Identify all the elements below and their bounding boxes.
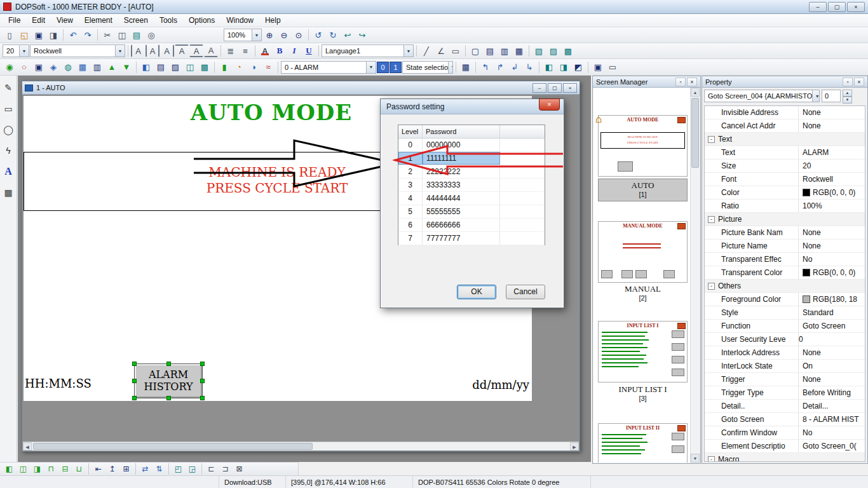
property-row[interactable]: FontRockwell [705, 173, 865, 186]
align-text-top-icon[interactable]: A [175, 44, 189, 57]
align-lefts-icon[interactable]: ◧ [3, 463, 16, 475]
rectangle-tool-icon[interactable]: ▭ [2, 102, 15, 115]
pencil-tool-icon[interactable]: ✎ [2, 81, 15, 94]
redo-icon[interactable]: ↷ [81, 29, 95, 41]
multistate-button-icon[interactable]: ◍ [61, 61, 75, 74]
place-top-left-icon[interactable]: ↰ [478, 61, 492, 74]
level-column-header[interactable]: Level [398, 125, 423, 138]
cut-icon[interactable]: ✂ [100, 29, 114, 41]
decrement-button-icon[interactable]: ▼ [119, 61, 133, 74]
set-constant-button-icon[interactable]: ▥ [90, 61, 104, 74]
scroll-right-icon[interactable]: ▶ [570, 442, 579, 451]
property-group-others[interactable]: -Others [705, 280, 865, 293]
pattern-fill-icon[interactable]: ▨ [546, 44, 560, 57]
macro-editor-icon[interactable]: ▣ [591, 61, 605, 74]
chevron-down-icon[interactable]: ▼ [115, 45, 125, 57]
align-text-bottom-icon[interactable]: A [204, 44, 218, 57]
numeric-entry-icon[interactable]: ▤ [154, 61, 168, 74]
scrollbar-thumb[interactable] [33, 443, 313, 450]
align-rights-icon[interactable]: ◨ [31, 463, 44, 475]
menu-edit[interactable]: Edit [26, 15, 51, 26]
state-0-button[interactable]: 0 [377, 62, 389, 73]
underline-icon[interactable]: U [302, 44, 316, 57]
goto-screen-button-icon[interactable]: ◧ [139, 61, 153, 74]
zoom-fit-icon[interactable]: ⊙ [292, 29, 306, 41]
selection-handle[interactable] [200, 362, 205, 366]
state-1-button[interactable]: 1 [390, 62, 402, 73]
copy-icon[interactable]: ◫ [115, 29, 129, 41]
child-restore-button[interactable]: ▢ [548, 83, 562, 93]
property-row[interactable]: Cancel Act AddrNone [705, 119, 865, 133]
password-row-1-selected[interactable]: 1 11111111 [398, 152, 545, 165]
align-text-middle-icon[interactable]: A [189, 44, 203, 57]
text-color-icon[interactable]: A [258, 44, 272, 57]
menu-view[interactable]: View [51, 15, 79, 26]
panel-float-button[interactable]: ▫ [843, 78, 853, 86]
draw-line-icon[interactable]: ╱ [419, 44, 433, 57]
shade-fill-icon[interactable]: ▩ [561, 44, 575, 57]
undo-icon[interactable]: ↶ [66, 29, 80, 41]
line-spacing-icon[interactable]: ≣ [224, 44, 238, 57]
property-row[interactable]: Ratio100% [705, 200, 865, 213]
set-value-button-icon[interactable]: ▦ [76, 61, 90, 74]
table-tool-icon[interactable]: ▦ [2, 186, 15, 199]
align-text-left-icon[interactable]: A [131, 44, 145, 57]
same-size-icon[interactable]: ⊞ [119, 463, 133, 475]
open-folder-icon[interactable]: ◱ [17, 29, 31, 41]
fix-element-icon[interactable]: ⊠ [233, 463, 246, 475]
place-top-right-icon[interactable]: ↱ [493, 61, 507, 74]
child-minimize-button[interactable]: – [532, 83, 546, 93]
nav-back-icon[interactable]: ↩ [341, 29, 355, 41]
minimize-button[interactable]: – [809, 2, 827, 12]
menu-element[interactable]: Element [79, 15, 118, 26]
state-select-combobox[interactable]: State selectio ▼ [402, 61, 453, 74]
overlap-elements-icon[interactable]: ◩ [571, 61, 585, 74]
time-display-element[interactable]: HH:MM:SS [25, 377, 92, 390]
menu-window[interactable]: Window [220, 15, 259, 26]
zoom-combobox[interactable]: 100% ▼ [224, 29, 262, 41]
password-column-header[interactable]: Password [423, 125, 500, 138]
chevron-down-icon[interactable]: ▼ [366, 62, 376, 73]
screen-caption-auto[interactable]: AUTO [1] [598, 179, 688, 201]
chevron-down-icon[interactable]: ▼ [252, 29, 261, 41]
rotate-right-icon[interactable]: ↻ [326, 29, 340, 41]
chevron-down-icon[interactable]: ▼ [19, 45, 29, 57]
scroll-down-icon[interactable]: ▼ [691, 454, 700, 463]
element-selector-combobox[interactable]: Goto Screen_004 {ALARMHISTO ▼ [704, 90, 820, 102]
screen-thumbnail-manual[interactable]: MANUAL MODE [598, 221, 688, 283]
zoom-in-icon[interactable]: ⊕ [262, 29, 276, 41]
property-row[interactable]: Transparent EffecNo [705, 253, 865, 266]
italic-icon[interactable]: I [287, 44, 301, 57]
selection-handle[interactable] [132, 396, 137, 400]
selection-handle[interactable] [200, 379, 205, 383]
property-row[interactable]: Invisible AddressNone [705, 106, 865, 119]
screen-select-combobox[interactable]: 0 - ALARM ▼ [281, 61, 376, 74]
table-grid-icon[interactable]: ▦ [512, 44, 526, 57]
alarm-history-button-element[interactable]: ALARM HISTORY [135, 364, 202, 398]
screen-manager-scrollbar[interactable]: ▲ ▼ [690, 88, 700, 463]
screen-thumbnail-auto[interactable]: AUTO MODE MACHINE IS READY PRESS CYCLE S… [598, 115, 688, 177]
place-bottom-left-icon[interactable]: ↲ [508, 61, 522, 74]
password-table[interactable]: Level Password 0 00000000 1 11111111 2 2… [398, 125, 545, 245]
send-to-back-icon[interactable]: ◲ [186, 463, 199, 475]
selection-handle[interactable] [166, 396, 171, 400]
state-value-field[interactable]: 0 [822, 90, 841, 102]
dialog-close-button[interactable]: × [539, 98, 560, 111]
polygon-tool-icon[interactable]: ϟ [2, 144, 15, 157]
find-icon[interactable]: ◎ [144, 29, 158, 41]
property-row[interactable]: Picture Bank NamNone [705, 226, 865, 240]
property-row[interactable]: Element DescriptioGoto Screen_0( [705, 440, 865, 453]
property-row[interactable]: ColorRGB(0, 0, 0) [705, 186, 865, 200]
language-combobox[interactable]: Language1 ▼ [322, 44, 414, 57]
scale-element-icon[interactable]: ▥ [498, 44, 512, 57]
property-row[interactable]: User Security Leve0 [705, 333, 865, 346]
app-titlebar[interactable]: DOPSoft - 1000 METER BODY - [AUTO] – ▢ × [0, 0, 868, 14]
font-family-combobox[interactable]: Rockwell ▼ [30, 44, 125, 57]
password-row-7[interactable]: 7 77777777 [398, 232, 545, 245]
cancel-button[interactable]: Cancel [506, 285, 545, 299]
simulate-icon[interactable]: ◨ [557, 61, 571, 74]
property-row[interactable]: StyleStandard [705, 306, 865, 320]
nav-forward-icon[interactable]: ↪ [355, 29, 369, 41]
align-text-right-icon[interactable]: A [160, 44, 174, 57]
bring-to-front-icon[interactable]: ◰ [172, 463, 185, 475]
